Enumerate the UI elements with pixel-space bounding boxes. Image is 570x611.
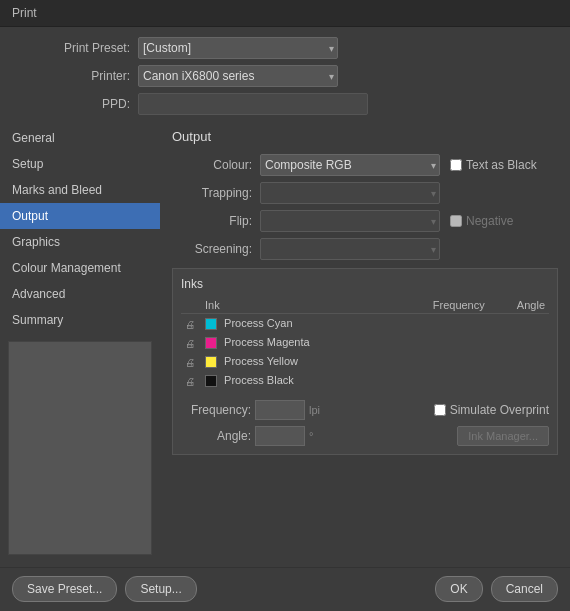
trapping-select-wrapper [260, 182, 440, 204]
ink-row-icon: 🖨 [181, 314, 201, 334]
ink-row-name: Process Black [201, 371, 389, 390]
ink-row-icon: 🖨 [181, 352, 201, 371]
ink-manager-group: Ink Manager... [457, 426, 549, 446]
flip-row: Flip: Negative [172, 210, 558, 232]
sidebar-item-colour-management[interactable]: Colour Management [0, 255, 160, 281]
ink-row: 🖨 Process Yellow [181, 352, 549, 371]
printer-icon: 🖨 [185, 319, 195, 330]
ink-row-frequency [389, 314, 489, 334]
colour-select-wrapper: Composite RGB [260, 154, 440, 176]
ink-row-icon: 🖨 [181, 371, 201, 390]
ink-row-icon: 🖨 [181, 333, 201, 352]
simulate-overprint-label: Simulate Overprint [434, 403, 549, 417]
bottom-left-buttons: Save Preset... Setup... [12, 576, 197, 602]
printer-icon: 🖨 [185, 357, 195, 368]
angle-label: Angle: [181, 429, 251, 443]
col-frequency-header: Frequency [389, 297, 489, 314]
negative-checkbox[interactable] [450, 215, 462, 227]
ink-row-text: Process Yellow [224, 355, 298, 367]
frequency-label: Frequency: [181, 403, 251, 417]
printer-select[interactable]: Canon iX6800 series [138, 65, 338, 87]
dialog-title: Print [12, 6, 37, 20]
ink-row-frequency [389, 352, 489, 371]
ink-row: 🖨 Process Magenta [181, 333, 549, 352]
negative-label: Negative [450, 214, 513, 228]
simulate-overprint-checkbox[interactable] [434, 404, 446, 416]
sidebar-item-output[interactable]: Output [0, 203, 160, 229]
sidebar: General Setup Marks and Bleed Output Gra… [0, 121, 160, 567]
ink-row-angle [489, 352, 549, 371]
ink-row-text: Process Magenta [224, 336, 310, 348]
printer-label: Printer: [20, 69, 130, 83]
sidebar-item-summary[interactable]: Summary [0, 307, 160, 333]
screening-row: Screening: [172, 238, 558, 260]
ink-row-text: Process Black [224, 374, 294, 386]
ink-row-name: Process Yellow [201, 352, 389, 371]
ppd-row: PPD: [20, 93, 550, 115]
col-icon-header [181, 297, 201, 314]
ink-row: 🖨 Process Black [181, 371, 549, 390]
trapping-select[interactable] [260, 182, 440, 204]
setup-button[interactable]: Setup... [125, 576, 196, 602]
print-preset-wrapper: [Custom] [138, 37, 338, 59]
frequency-unit: lpi [309, 404, 320, 416]
flip-select[interactable] [260, 210, 440, 232]
ink-row-frequency [389, 371, 489, 390]
ink-row-text: Process Cyan [224, 317, 292, 329]
ink-row-name: Process Magenta [201, 333, 389, 352]
print-preset-select[interactable]: [Custom] [138, 37, 338, 59]
inks-table: Ink Frequency Angle 🖨 Process Cyan 🖨 [181, 297, 549, 390]
ink-color-swatch [205, 356, 217, 368]
colour-row: Colour: Composite RGB Text as Black [172, 154, 558, 176]
page-preview [8, 341, 152, 555]
freq-angle-section: Frequency: lpi Simulate Overprint [181, 400, 549, 420]
angle-group: Angle: ° [181, 426, 313, 446]
ink-manager-button[interactable]: Ink Manager... [457, 426, 549, 446]
main-content: General Setup Marks and Bleed Output Gra… [0, 121, 570, 567]
frequency-group: Frequency: lpi [181, 400, 320, 420]
simulate-overprint-group: Simulate Overprint [434, 403, 549, 417]
sidebar-item-setup[interactable]: Setup [0, 151, 160, 177]
output-section-title: Output [172, 129, 558, 144]
flip-label: Flip: [172, 214, 252, 228]
screening-select-wrapper [260, 238, 440, 260]
text-as-black-label: Text as Black [450, 158, 537, 172]
sidebar-item-marks-and-bleed[interactable]: Marks and Bleed [0, 177, 160, 203]
inks-title: Inks [181, 277, 549, 291]
cancel-button[interactable]: Cancel [491, 576, 558, 602]
screening-select[interactable] [260, 238, 440, 260]
ppd-input[interactable] [138, 93, 368, 115]
angle-input[interactable] [255, 426, 305, 446]
sidebar-item-graphics[interactable]: Graphics [0, 229, 160, 255]
ppd-label: PPD: [20, 97, 130, 111]
print-preset-row: Print Preset: [Custom] [20, 37, 550, 59]
frequency-input[interactable] [255, 400, 305, 420]
ink-row-angle [489, 314, 549, 334]
sidebar-item-general[interactable]: General [0, 125, 160, 151]
ink-color-swatch [205, 318, 217, 330]
angle-unit: ° [309, 430, 313, 442]
title-bar: Print [0, 0, 570, 27]
flip-select-wrapper [260, 210, 440, 232]
bottom-right-buttons: OK Cancel [435, 576, 558, 602]
ink-row-angle [489, 371, 549, 390]
sidebar-item-advanced[interactable]: Advanced [0, 281, 160, 307]
colour-label: Colour: [172, 158, 252, 172]
angle-section: Angle: ° Ink Manager... [181, 426, 549, 446]
screening-label: Screening: [172, 242, 252, 256]
printer-icon: 🖨 [185, 376, 195, 387]
inks-section: Inks Ink Frequency Angle 🖨 [172, 268, 558, 455]
col-ink-header: Ink [201, 297, 389, 314]
printer-wrapper: Canon iX6800 series [138, 65, 338, 87]
text-as-black-checkbox[interactable] [450, 159, 462, 171]
colour-select[interactable]: Composite RGB [260, 154, 440, 176]
ink-row-angle [489, 333, 549, 352]
col-angle-header: Angle [489, 297, 549, 314]
save-preset-button[interactable]: Save Preset... [12, 576, 117, 602]
ink-color-swatch [205, 375, 217, 387]
ink-row: 🖨 Process Cyan [181, 314, 549, 334]
ink-color-swatch [205, 337, 217, 349]
bottom-bar: Save Preset... Setup... OK Cancel [0, 567, 570, 610]
ok-button[interactable]: OK [435, 576, 482, 602]
ink-row-frequency [389, 333, 489, 352]
